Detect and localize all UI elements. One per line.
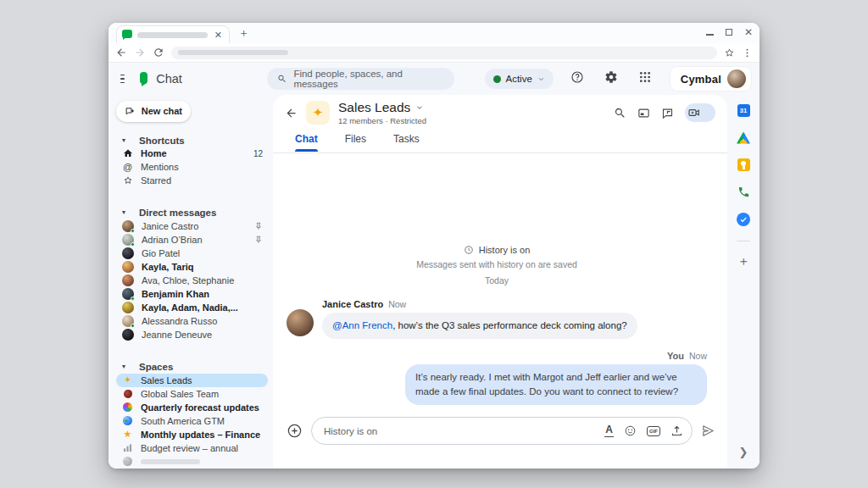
chevron-down-icon (537, 75, 545, 83)
pin-icon (254, 222, 263, 230)
back-icon[interactable] (115, 47, 127, 58)
shortcuts-section-header[interactable]: ▾ Shortcuts (116, 134, 268, 147)
settings-button[interactable] (601, 67, 621, 91)
message-bubble[interactable]: It’s nearly ready. I met with Margot and… (405, 364, 707, 406)
integration-plus-icon[interactable] (287, 423, 303, 439)
message-input[interactable] (324, 426, 604, 436)
status-selector[interactable]: Active (485, 69, 554, 89)
clipped-label-placeholder (141, 459, 200, 464)
new-chat-icon (125, 106, 136, 117)
browser-tab[interactable]: ✕ (116, 25, 230, 43)
dm-section-header[interactable]: ▾ Direct messages (116, 206, 268, 219)
account-chip[interactable]: Cymbal (670, 67, 751, 91)
dm-item[interactable]: Ava, Chloe, Stephanie (116, 274, 268, 287)
window-minimize-button[interactable] (706, 34, 714, 36)
tasks-app-icon[interactable] (737, 212, 751, 226)
sidebar-item-starred[interactable]: Starred (116, 174, 268, 187)
sender-avatar[interactable] (287, 309, 314, 336)
product-name: Chat (156, 72, 182, 86)
presence-dot (131, 242, 135, 247)
history-subtext: Messages sent with history on are saved (287, 259, 707, 269)
reload-icon[interactable] (153, 47, 164, 58)
search-placeholder: Find people, spaces, and messages (293, 69, 443, 89)
pinned-messages-icon[interactable] (661, 107, 674, 119)
dm-item[interactable]: Alessandra Russo (116, 314, 268, 328)
space-item[interactable]: Budget review – annual (116, 441, 268, 455)
forward-icon[interactable] (134, 47, 146, 58)
dm-item[interactable]: Kayla, Adam, Nadia,... (116, 301, 268, 314)
window-close-button[interactable]: ✕ (744, 27, 753, 37)
user-avatar[interactable] (727, 69, 746, 88)
keep-app-icon[interactable] (737, 158, 751, 172)
space-item[interactable]: South America GTM (116, 414, 268, 428)
spaces-section-header[interactable]: ▾ Spaces (116, 360, 268, 373)
space-item[interactable]: ★ Monthly updates – Finance (116, 428, 268, 441)
dm-item[interactable]: Kayla, Tariq (116, 260, 268, 274)
browser-window: ✕ ＋ ✕ Chat Find people, spaces, and mess… (108, 23, 760, 469)
picture-in-picture-icon[interactable] (637, 107, 650, 119)
back-arrow-icon[interactable] (285, 107, 298, 119)
status-label: Active (506, 74, 532, 84)
day-divider: Today (287, 275, 707, 286)
conversation-header: ✦ Sales Leads 12 members · Restricted (273, 95, 727, 130)
avatar (122, 274, 134, 286)
space-item-selected[interactable]: ✦ Sales Leads (116, 374, 268, 387)
message-list: History is on Messages sent with history… (273, 153, 727, 412)
space-item[interactable]: Global Sales Team (116, 387, 268, 401)
space-emoji-icon (122, 456, 133, 467)
new-chat-button[interactable]: New chat (116, 101, 191, 122)
chevron-down-icon[interactable] (415, 103, 424, 112)
sidebar-item-home[interactable]: Home 12 (116, 147, 268, 160)
search-bar[interactable]: Find people, spaces, and messages (267, 68, 454, 90)
presence-dot (131, 297, 135, 301)
bookmark-star-icon[interactable] (724, 47, 735, 58)
new-chat-label: New chat (142, 106, 182, 116)
dm-item[interactable]: Gio Patel (116, 247, 268, 260)
expand-panel-icon[interactable]: ❯ (739, 446, 748, 458)
sender-name[interactable]: Janice Castro (322, 299, 383, 309)
collapse-caret-icon: ▾ (122, 208, 131, 216)
url-placeholder (178, 50, 288, 55)
tab-close-icon[interactable]: ✕ (213, 30, 224, 41)
chat-favicon-icon (122, 30, 132, 40)
space-title[interactable]: Sales Leads (338, 100, 410, 115)
calendar-app-icon[interactable]: 31 (737, 103, 751, 118)
send-icon[interactable] (701, 424, 715, 438)
text-format-icon[interactable]: A (604, 424, 614, 437)
message-input-field[interactable]: A GIF (311, 417, 693, 445)
help-icon (570, 70, 584, 84)
sender-name: You (667, 351, 684, 361)
apps-launcher-button[interactable] (635, 67, 655, 91)
video-call-button[interactable] (685, 103, 715, 122)
window-maximize-button[interactable] (726, 29, 732, 36)
new-tab-button[interactable]: ＋ (238, 25, 249, 41)
upload-icon[interactable] (670, 424, 683, 437)
dm-item[interactable]: Janice Castro (116, 219, 268, 233)
mention-chip[interactable]: @Ann French (332, 320, 392, 330)
message-bubble[interactable]: @Ann French, how’s the Q3 sales performa… (322, 313, 637, 339)
tab-tasks[interactable]: Tasks (383, 130, 430, 152)
voice-app-icon[interactable] (737, 185, 751, 199)
drive-app-icon[interactable] (737, 130, 751, 145)
dm-item[interactable]: Adrian O’Brian (116, 233, 268, 247)
gif-icon[interactable]: GIF (647, 426, 660, 436)
browser-menu-icon[interactable] (742, 47, 753, 58)
avatar (122, 329, 134, 341)
sidebar: New chat ▾ Shortcuts Home 12 @ Mentions (108, 95, 273, 469)
tab-files[interactable]: Files (335, 130, 376, 152)
address-bar[interactable] (171, 47, 717, 59)
emoji-icon[interactable] (624, 424, 637, 437)
tab-chat[interactable]: Chat (285, 130, 328, 152)
help-button[interactable] (567, 67, 587, 91)
main-menu-icon[interactable] (119, 71, 126, 87)
dm-item[interactable]: Benjamin Khan (116, 287, 268, 301)
space-avatar-icon: ✦ (306, 101, 330, 125)
side-panel-rail: 31 ＋ ❯ (727, 95, 760, 469)
dm-item[interactable]: Jeanne Deneuve (116, 328, 268, 341)
sidebar-item-mentions[interactable]: @ Mentions (116, 160, 268, 174)
get-addons-button[interactable]: ＋ (737, 254, 750, 267)
space-item[interactable]: Quarterly forecast updates (116, 401, 268, 414)
space-item[interactable] (116, 455, 268, 469)
browser-toolbar (108, 43, 760, 63)
search-in-conversation-icon[interactable] (614, 107, 626, 119)
